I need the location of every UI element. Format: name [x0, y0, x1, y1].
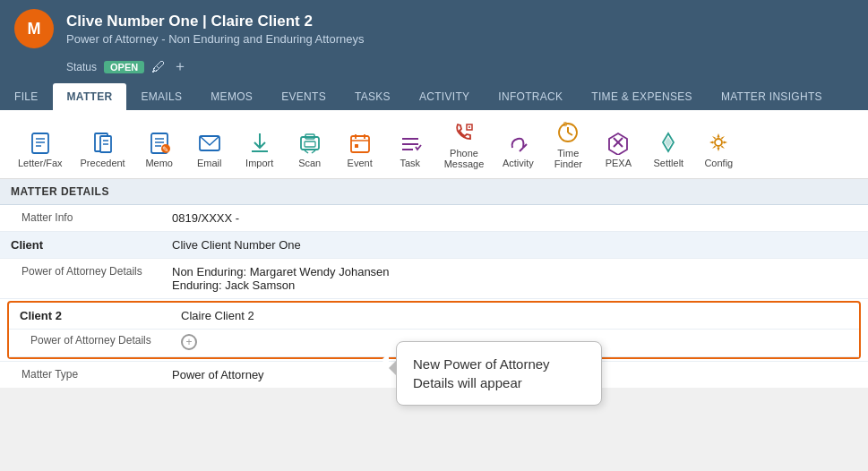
toolbar: Letter/Fax Precedent ✎ Memo Email Import… [0, 110, 868, 179]
config-label: Config [704, 158, 733, 169]
time-finder-icon: $ [554, 119, 581, 146]
letter-fax-label: Letter/Fax [18, 158, 63, 169]
svg-line-19 [305, 150, 308, 153]
svg-point-39 [715, 139, 722, 146]
client2-section-row: Client 2 Claire Client 2 Power of Attorn… [0, 299, 868, 362]
phone-message-icon [451, 119, 477, 146]
svg-marker-34 [609, 133, 627, 155]
tooltip-text: New Power of Attorney Details will appea… [413, 356, 550, 390]
client2-label: Client 2 [9, 303, 170, 330]
tab-tasks[interactable]: TASKS [340, 83, 405, 110]
poa-details2-row: Power of Attorney Details + New Power of… [9, 330, 859, 357]
precedent-label: Precedent [81, 158, 125, 169]
phone-message-label: PhoneMessage [444, 148, 485, 169]
tab-infotrack[interactable]: INFOTRACK [484, 83, 577, 110]
phone-message-button[interactable]: PhoneMessage [437, 116, 492, 173]
time-finder-button[interactable]: $ TimeFinder [545, 116, 591, 173]
poa-details2-value: + New Power of Attorney Details will app… [170, 330, 859, 357]
client-label: Client [0, 232, 161, 259]
header-status-bar: Status OPEN 🖊 ＋ [14, 54, 854, 83]
import-button[interactable]: Import [236, 125, 283, 173]
matter-info-row: Matter Info 0819/XXXX - [0, 205, 868, 232]
status-badge: OPEN [104, 61, 144, 73]
client-row: Client Clive Client Number One [0, 232, 868, 259]
tab-file[interactable]: FILE [0, 83, 53, 110]
add-icon[interactable]: ＋ [173, 57, 187, 76]
settleit-icon [655, 129, 682, 156]
event-label: Event [348, 158, 373, 169]
scan-label: Scan [298, 158, 321, 169]
precedent-icon [90, 129, 116, 156]
matter-info-value: 0819/XXXX - [161, 205, 868, 232]
tooltip-box: New Power of Attorney Details will appea… [396, 341, 602, 406]
app-logo: M [14, 9, 54, 48]
settleit-label: Settlelt [654, 158, 684, 169]
matter-type-label: Matter Type [0, 362, 161, 389]
matter-subtitle: Power of Attorney - Non Enduring and End… [66, 32, 364, 46]
task-button[interactable]: Task [387, 125, 434, 173]
precedent-button[interactable]: Precedent [73, 125, 133, 173]
email-button[interactable]: Email [186, 125, 233, 173]
time-finder-label: TimeFinder [554, 148, 582, 169]
svg-rect-21 [351, 136, 369, 152]
tab-time-expenses[interactable]: TIME & EXPENSES [577, 83, 707, 110]
settleit-button[interactable]: Settlelt [645, 125, 692, 173]
tab-activity[interactable]: ACTIVITY [405, 83, 484, 110]
task-label: Task [400, 158, 420, 169]
svg-text:$: $ [563, 121, 567, 127]
memo-icon: ✎ [146, 129, 173, 156]
svg-line-32 [568, 133, 572, 135]
config-button[interactable]: Config [695, 125, 742, 173]
import-label: Import [245, 158, 273, 169]
scan-button[interactable]: Scan [287, 125, 333, 173]
tab-events[interactable]: EVENTS [267, 83, 340, 110]
tooltip-arrow [381, 360, 397, 376]
tab-matter-insights[interactable]: MATTER INSIGHTS [707, 83, 837, 110]
svg-rect-25 [355, 144, 358, 148]
add-poa-button[interactable]: + [181, 334, 197, 350]
tab-matter[interactable]: MATTER [53, 83, 127, 110]
email-icon [196, 129, 223, 156]
pexa-icon [605, 129, 632, 156]
svg-rect-0 [32, 133, 48, 153]
client-value: Clive Client Number One [161, 232, 868, 259]
poa-details-value: Non Enduring: Margaret Wendy Johansen En… [161, 259, 868, 299]
poa-line2: Enduring: Jack Samson [172, 278, 857, 292]
letter-fax-icon [27, 129, 54, 156]
memo-button[interactable]: ✎ Memo [136, 125, 183, 173]
client-title: Clive Number One | Claire Client 2 [66, 13, 364, 30]
import-icon [246, 129, 273, 156]
matter-details-table: Matter Info 0819/XXXX - Client Clive Cli… [0, 205, 868, 388]
app-header: M Clive Number One | Claire Client 2 Pow… [0, 0, 868, 83]
tab-emails[interactable]: EMAILS [126, 83, 196, 110]
poa-details-row: Power of Attorney Details Non Enduring: … [0, 259, 868, 299]
memo-label: Memo [145, 158, 173, 169]
matter-info-label: Matter Info [0, 205, 161, 232]
client2-highlight-box: Client 2 Claire Client 2 Power of Attorn… [7, 301, 861, 359]
edit-icon[interactable]: 🖊 [151, 59, 166, 75]
activity-button[interactable]: Activity [494, 125, 541, 173]
poa-details2-label: Power of Attorney Details [9, 330, 170, 357]
nav-tabs: FILE MATTER EMAILS MEMOS EVENTS TASKS AC… [0, 83, 868, 110]
event-button[interactable]: Event [337, 125, 383, 173]
content-area: MATTER DETAILS Matter Info 0819/XXXX - C… [0, 179, 868, 388]
tab-memos[interactable]: MEMOS [196, 83, 267, 110]
poa-line1: Non Enduring: Margaret Wendy Johansen [172, 265, 857, 278]
client2-value: Claire Client 2 [170, 303, 859, 330]
svg-line-20 [312, 150, 315, 153]
pexa-label: PEXA [606, 158, 632, 169]
client2-row: Client 2 Claire Client 2 [9, 303, 859, 330]
logo-icon: M [28, 20, 41, 39]
svg-text:✎: ✎ [162, 145, 169, 154]
config-icon [705, 129, 732, 156]
event-icon [347, 129, 374, 156]
activity-label: Activity [503, 158, 534, 169]
letter-fax-button[interactable]: Letter/Fax [11, 125, 70, 173]
svg-rect-18 [305, 141, 315, 147]
poa-details-label: Power of Attorney Details [0, 259, 161, 299]
section-header: MATTER DETAILS [0, 179, 868, 205]
scan-icon [296, 129, 323, 156]
pexa-button[interactable]: PEXA [595, 125, 641, 173]
email-label: Email [197, 158, 222, 169]
task-icon [397, 129, 424, 156]
